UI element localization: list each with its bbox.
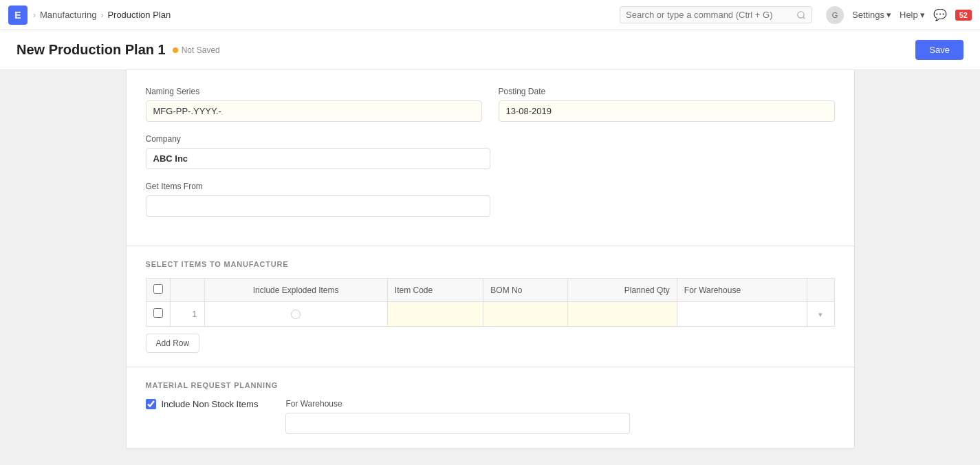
include-non-stock-label[interactable]: Include Non Stock Items	[146, 399, 259, 409]
page-title-group: New Production Plan 1 Not Saved	[17, 42, 220, 58]
row-checkbox[interactable]	[153, 308, 163, 318]
user-avatar[interactable]: G	[826, 6, 844, 24]
for-warehouse-input[interactable]	[285, 413, 630, 434]
breadcrumb-manufacturing[interactable]: Manufacturing	[40, 10, 96, 20]
breadcrumb-chevron-2: ›	[100, 10, 103, 20]
posting-date-group: Posting Date	[499, 87, 835, 122]
status-label: Not Saved	[182, 45, 220, 55]
for-warehouse-group: For Warehouse	[285, 399, 630, 434]
col-actions	[807, 279, 834, 302]
breadcrumb-chevron-1: ›	[33, 10, 36, 20]
include-non-stock-checkbox[interactable]	[146, 399, 156, 409]
get-items-row: Get Items From	[146, 182, 490, 217]
col-planned-qty: Planned Qty	[567, 279, 677, 302]
page-header: New Production Plan 1 Not Saved Save	[0, 30, 980, 70]
row-actions-cell[interactable]: ▾	[807, 302, 834, 327]
select-items-header: SELECT ITEMS TO MANUFACTURE	[146, 260, 835, 268]
planned-qty-cell[interactable]	[567, 302, 677, 327]
table-row: 1 ▾	[146, 302, 834, 327]
naming-series-input[interactable]	[146, 100, 482, 122]
notification-badge[interactable]: 52	[955, 10, 972, 21]
breadcrumb: › Manufacturing › Production Plan	[33, 10, 171, 20]
settings-chevron-icon: ▾	[886, 10, 891, 20]
svg-point-0	[798, 11, 804, 17]
include-non-stock-group: Include Non Stock Items	[146, 399, 259, 409]
col-item-code: Item Code	[387, 279, 483, 302]
main-content: Naming Series Posting Date Company Get I…	[0, 70, 980, 465]
naming-series-label: Naming Series	[146, 87, 482, 96]
get-items-label: Get Items From	[146, 182, 490, 191]
form-section: Naming Series Posting Date Company Get I…	[126, 70, 855, 246]
col-for-warehouse: For Warehouse	[677, 279, 807, 302]
company-group: Company	[146, 134, 490, 169]
navbar-right: G Settings ▾ Help ▾ 💬 52	[826, 6, 972, 24]
help-chevron-icon: ▾	[920, 10, 925, 20]
get-items-input[interactable]	[146, 195, 490, 217]
row-checkbox-cell[interactable]	[146, 302, 170, 327]
chat-icon[interactable]: 💬	[933, 8, 947, 21]
page-title: New Production Plan 1	[17, 42, 166, 58]
svg-line-1	[803, 17, 805, 19]
status-dot-icon	[173, 47, 178, 53]
item-code-cell[interactable]	[387, 302, 483, 327]
col-checkbox	[146, 279, 170, 302]
for-warehouse-label: For Warehouse	[285, 399, 630, 409]
add-row-button[interactable]: Add Row	[146, 334, 200, 353]
material-request-header: MATERIAL REQUEST PLANNING	[146, 381, 835, 389]
row-number: 1	[170, 302, 204, 327]
company-input[interactable]	[146, 148, 490, 169]
include-non-stock-text: Include Non Stock Items	[162, 399, 259, 409]
search-input[interactable]	[626, 10, 792, 20]
col-bom-no: BOM No	[483, 279, 567, 302]
search-bar[interactable]	[620, 6, 812, 23]
select-all-checkbox[interactable]	[153, 284, 163, 294]
search-icon	[796, 10, 806, 20]
settings-button[interactable]: Settings ▾	[852, 10, 891, 20]
company-row: Company	[146, 134, 490, 169]
navbar: E › Manufacturing › Production Plan G Se…	[0, 0, 980, 30]
company-label: Company	[146, 134, 490, 144]
breadcrumb-production-plan: Production Plan	[107, 10, 171, 20]
get-items-group: Get Items From	[146, 182, 490, 217]
table-header-row: Include Exploded Items Item Code BOM No …	[146, 279, 834, 302]
col-include-exploded: Include Exploded Items	[204, 279, 387, 302]
material-request-section: MATERIAL REQUEST PLANNING Include Non St…	[126, 367, 855, 448]
for-warehouse-cell[interactable]	[677, 302, 807, 327]
items-table: Include Exploded Items Item Code BOM No …	[146, 278, 835, 327]
row-dropdown-icon[interactable]: ▾	[818, 310, 823, 318]
status-badge: Not Saved	[173, 45, 220, 55]
posting-date-input[interactable]	[499, 100, 835, 122]
include-exploded-cell[interactable]	[204, 302, 387, 327]
save-button[interactable]: Save	[915, 40, 963, 60]
naming-posting-row: Naming Series Posting Date	[146, 87, 835, 122]
naming-series-group: Naming Series	[146, 87, 482, 122]
help-button[interactable]: Help ▾	[900, 10, 925, 20]
select-items-section: SELECT ITEMS TO MANUFACTURE Include Expl…	[126, 246, 855, 367]
posting-date-label: Posting Date	[499, 87, 835, 96]
col-rownum	[170, 279, 204, 302]
toggle-circle-icon	[291, 310, 301, 319]
brand-logo: E	[8, 6, 28, 25]
bom-no-cell[interactable]	[483, 302, 567, 327]
